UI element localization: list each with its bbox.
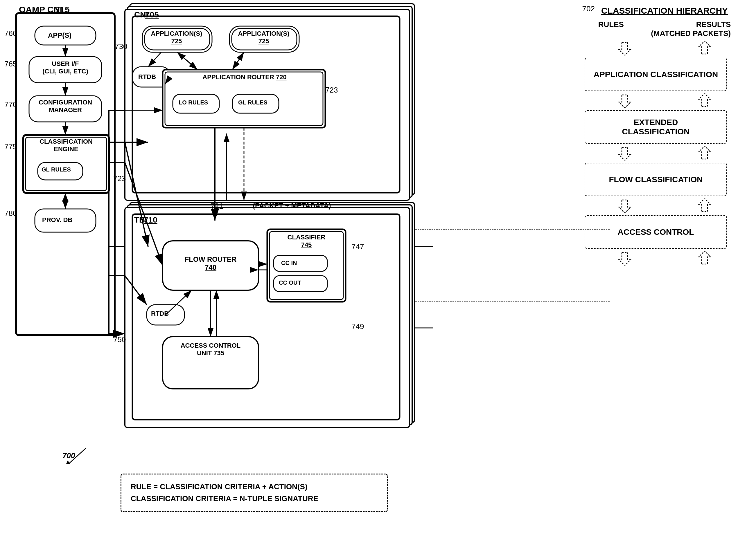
legend-line2: CLASSIFICATION CRITERIA = N-TUPLE SIGNAT… bbox=[131, 493, 378, 505]
legend-box: RULE = CLASSIFICATION CRITERIA + ACTION(… bbox=[121, 474, 388, 512]
svg-marker-82 bbox=[619, 253, 631, 266]
num-765: 765 bbox=[4, 60, 17, 69]
svg-line-37 bbox=[148, 52, 161, 67]
svg-marker-80 bbox=[619, 200, 631, 213]
lo-rules-label: LO RULES bbox=[179, 99, 208, 106]
num-780: 780 bbox=[4, 209, 17, 218]
svg-rect-6 bbox=[125, 208, 410, 427]
app-725b-label: APPLICATION(S)725 bbox=[231, 30, 296, 45]
classifier-label: CLASSIFIER745 bbox=[270, 234, 343, 249]
num-723b: 723 bbox=[325, 86, 338, 95]
num-749: 749 bbox=[351, 322, 364, 331]
apps-label: APP(S) bbox=[48, 31, 71, 39]
num-770: 770 bbox=[4, 100, 17, 109]
svg-line-41 bbox=[177, 52, 197, 70]
cc-in-label: CC IN bbox=[281, 260, 297, 267]
cni-number: 705 bbox=[145, 10, 159, 19]
svg-marker-78 bbox=[619, 148, 631, 161]
packet-metadata-label: (PACKET + METADATA) bbox=[253, 202, 331, 210]
svg-marker-75 bbox=[699, 41, 710, 54]
app-router-label: APPLICATION ROUTER 720 bbox=[167, 73, 322, 81]
prov-db-label: PROV. DB bbox=[42, 216, 72, 224]
svg-marker-76 bbox=[619, 95, 631, 108]
svg-marker-83 bbox=[699, 251, 710, 264]
num-721: 721 bbox=[211, 202, 223, 211]
rtdb-top-label: RTDB bbox=[138, 73, 156, 81]
arrows-row-3 bbox=[585, 146, 744, 161]
hierarchy-section: CLASSIFICATION HIERARCHY RULES RESULTS(M… bbox=[585, 6, 744, 268]
num-723a: 723 bbox=[113, 174, 126, 183]
tb-label: TB bbox=[134, 215, 145, 225]
hierarchy-headers: RULES RESULTS(MATCHED PACKETS) bbox=[585, 20, 744, 38]
flow-classification-box: FLOW CLASSIFICATION bbox=[585, 163, 727, 196]
extended-classification-box: EXTENDEDCLASSIFICATION bbox=[585, 110, 727, 144]
arrows-row-1 bbox=[585, 41, 744, 55]
arrows-row-4 bbox=[585, 199, 744, 213]
svg-line-40 bbox=[232, 52, 244, 70]
svg-line-84 bbox=[70, 448, 86, 463]
legend-line1: RULE = CLASSIFICATION CRITERIA + ACTION(… bbox=[131, 481, 378, 493]
svg-marker-74 bbox=[619, 42, 631, 55]
num-747: 747 bbox=[351, 242, 364, 251]
svg-line-39 bbox=[177, 52, 197, 70]
flow-router-label: FLOW ROUTER740 bbox=[166, 256, 256, 272]
rules-col-label: RULES bbox=[598, 20, 624, 38]
arrows-row-2 bbox=[585, 93, 744, 108]
num-730: 730 bbox=[115, 42, 127, 51]
num-702: 702 bbox=[582, 4, 595, 13]
access-control-box: ACCESS CONTROL bbox=[585, 215, 727, 249]
svg-line-56 bbox=[166, 290, 192, 315]
arrows-row-5 bbox=[585, 251, 744, 266]
rtdb-bottom-label: RTDB bbox=[151, 310, 169, 317]
access-control-unit-label: ACCESS CONTROLUNIT 735 bbox=[166, 342, 256, 357]
app-725a-label: APPLICATION(S)725 bbox=[144, 30, 209, 45]
svg-marker-77 bbox=[699, 93, 710, 107]
num-760: 760 bbox=[4, 29, 17, 38]
hierarchy-title: CLASSIFICATION HIERARCHY bbox=[585, 6, 744, 16]
classification-engine-label: CLASSIFICATIONENGINE bbox=[26, 138, 107, 153]
svg-marker-79 bbox=[699, 146, 710, 159]
oamp-number: 715 bbox=[55, 5, 70, 15]
svg-line-54 bbox=[125, 163, 163, 266]
cc-out-label: CC OUT bbox=[279, 279, 301, 286]
num-750: 750 bbox=[113, 335, 126, 344]
results-col-label: RESULTS(MATCHED PACKETS) bbox=[651, 20, 731, 38]
svg-marker-81 bbox=[699, 199, 710, 212]
tb-number: 710 bbox=[144, 215, 157, 225]
diagram: OAMP CNI 715 760 765 770 775 780 723 APP… bbox=[0, 0, 756, 547]
svg-line-55 bbox=[125, 276, 147, 305]
app-classification-box: APPLICATION CLASSIFICATION bbox=[585, 58, 727, 91]
config-manager-label: CONFIGURATIONMANAGER bbox=[31, 99, 99, 114]
num-775: 775 bbox=[4, 142, 17, 151]
gl-rules-right-label: GL RULES bbox=[238, 99, 267, 106]
svg-line-42 bbox=[232, 52, 244, 70]
svg-line-53 bbox=[125, 142, 148, 247]
gl-rules-left: GL RULES bbox=[42, 166, 71, 173]
user-if-label: USER I/F(CLI, GUI, ETC) bbox=[31, 60, 99, 75]
